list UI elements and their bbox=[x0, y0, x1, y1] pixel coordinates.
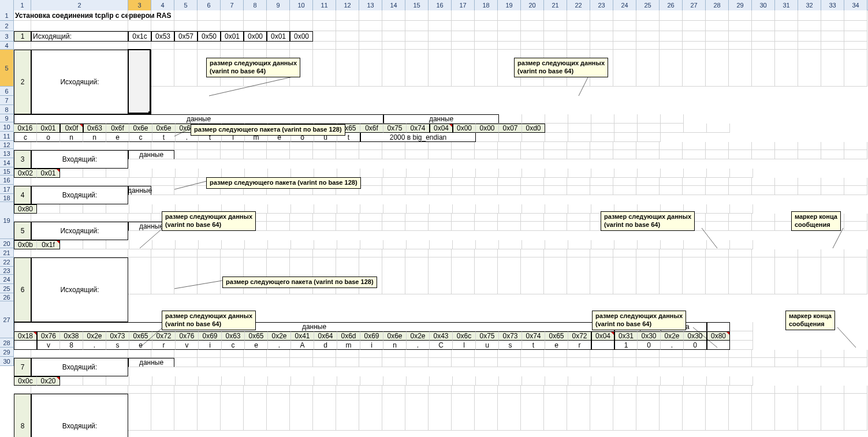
cell[interactable] bbox=[151, 386, 174, 394]
cell[interactable]: 0x0b bbox=[14, 240, 37, 249]
cell[interactable] bbox=[590, 249, 613, 257]
cell[interactable] bbox=[752, 257, 775, 294]
cell[interactable]: 0x2e bbox=[83, 331, 106, 341]
cell[interactable] bbox=[567, 21, 590, 31]
cell[interactable] bbox=[430, 240, 453, 249]
cell[interactable] bbox=[798, 186, 821, 195]
cell[interactable] bbox=[521, 214, 544, 222]
cell[interactable]: 0x74 bbox=[407, 124, 430, 133]
cell[interactable]: 0x6e bbox=[152, 124, 176, 133]
cell[interactable] bbox=[798, 386, 821, 394]
cell[interactable] bbox=[798, 42, 821, 50]
cell[interactable]: n bbox=[60, 133, 83, 142]
cell[interactable] bbox=[382, 50, 405, 87]
cell[interactable] bbox=[683, 249, 706, 257]
cell[interactable]: 2000 в big_endian bbox=[360, 133, 476, 142]
cell[interactable] bbox=[636, 21, 660, 31]
cell[interactable] bbox=[174, 386, 198, 394]
cell[interactable] bbox=[590, 394, 613, 431]
cell[interactable] bbox=[336, 214, 359, 222]
cell[interactable] bbox=[199, 240, 222, 249]
cell[interactable] bbox=[568, 124, 591, 133]
cell[interactable] bbox=[567, 186, 590, 195]
cell[interactable] bbox=[151, 394, 174, 431]
cell[interactable]: данные bbox=[128, 186, 151, 195]
cell[interactable] bbox=[360, 376, 383, 386]
cell[interactable] bbox=[706, 358, 729, 367]
cell[interactable] bbox=[453, 240, 476, 249]
cell[interactable] bbox=[176, 169, 199, 178]
cell[interactable]: 0x80 bbox=[14, 204, 37, 214]
cell[interactable] bbox=[336, 257, 359, 294]
cell[interactable]: s bbox=[106, 341, 129, 350]
cell[interactable] bbox=[521, 257, 544, 294]
cell[interactable] bbox=[590, 42, 613, 50]
cell[interactable] bbox=[498, 42, 521, 50]
cell[interactable]: 0x75 bbox=[476, 331, 499, 341]
cell[interactable] bbox=[359, 386, 382, 394]
cell[interactable] bbox=[752, 350, 775, 358]
cell[interactable] bbox=[729, 186, 752, 195]
cell[interactable] bbox=[521, 186, 544, 195]
cell[interactable] bbox=[267, 358, 290, 367]
cell[interactable] bbox=[244, 10, 267, 21]
cell[interactable] bbox=[844, 350, 867, 358]
cell[interactable] bbox=[821, 249, 844, 257]
cell[interactable] bbox=[590, 142, 613, 150]
cell[interactable] bbox=[174, 394, 198, 431]
col-header[interactable]: 28 bbox=[706, 0, 729, 10]
cell[interactable] bbox=[429, 186, 452, 195]
cell[interactable] bbox=[613, 358, 636, 367]
cell[interactable] bbox=[14, 42, 31, 50]
cell[interactable] bbox=[476, 376, 499, 386]
cell[interactable] bbox=[544, 21, 567, 31]
cell[interactable]: 0x65 bbox=[545, 331, 568, 341]
cell[interactable]: 2 bbox=[14, 50, 31, 114]
cell[interactable] bbox=[683, 50, 706, 87]
cell[interactable] bbox=[452, 42, 475, 50]
cell[interactable] bbox=[475, 222, 498, 231]
cell[interactable] bbox=[661, 114, 684, 124]
cell[interactable] bbox=[614, 169, 638, 178]
cell[interactable] bbox=[382, 31, 405, 42]
cell[interactable] bbox=[128, 142, 151, 150]
cell[interactable] bbox=[337, 169, 360, 178]
cell[interactable] bbox=[313, 142, 336, 150]
cell[interactable] bbox=[567, 394, 590, 431]
cell[interactable] bbox=[198, 150, 221, 159]
cell[interactable] bbox=[775, 386, 798, 394]
cell[interactable] bbox=[128, 50, 151, 114]
cell[interactable] bbox=[844, 222, 867, 231]
cell[interactable] bbox=[498, 257, 521, 294]
cell[interactable] bbox=[660, 178, 683, 186]
cell[interactable] bbox=[382, 257, 405, 294]
row-header[interactable]: 28 bbox=[0, 338, 14, 348]
cell[interactable] bbox=[383, 204, 407, 214]
cell[interactable] bbox=[152, 240, 176, 249]
cell[interactable] bbox=[290, 142, 313, 150]
cell[interactable] bbox=[730, 169, 753, 178]
cell[interactable] bbox=[844, 150, 867, 159]
cell[interactable] bbox=[151, 350, 174, 358]
cell[interactable] bbox=[660, 21, 683, 31]
cell[interactable] bbox=[359, 214, 382, 222]
cell[interactable] bbox=[521, 222, 544, 231]
cell[interactable] bbox=[775, 394, 798, 431]
cell[interactable]: 0x00 bbox=[290, 31, 313, 42]
cell[interactable] bbox=[568, 169, 591, 178]
cell[interactable] bbox=[151, 186, 174, 195]
cell[interactable] bbox=[359, 150, 382, 159]
cell[interactable] bbox=[452, 150, 475, 159]
cell[interactable] bbox=[290, 249, 313, 257]
cell[interactable] bbox=[498, 249, 521, 257]
cell[interactable] bbox=[151, 10, 174, 21]
cell[interactable] bbox=[291, 240, 314, 249]
cell[interactable] bbox=[752, 178, 775, 186]
cell[interactable] bbox=[176, 376, 199, 386]
cell[interactable] bbox=[405, 394, 429, 431]
cell[interactable]: 0x69 bbox=[199, 331, 222, 341]
cell[interactable] bbox=[405, 249, 429, 257]
cell[interactable]: 8 bbox=[60, 341, 83, 350]
cell[interactable] bbox=[198, 21, 221, 31]
cell[interactable] bbox=[128, 257, 151, 294]
